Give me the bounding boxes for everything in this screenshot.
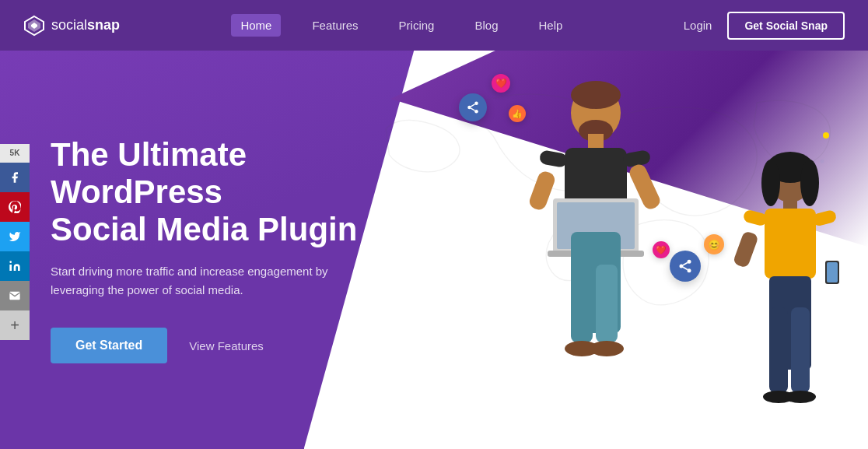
pinterest-icon [9,201,21,213]
svg-line-12 [683,262,688,265]
svg-point-5 [474,110,478,114]
svg-line-6 [471,108,474,110]
nav-help[interactable]: Help [530,14,572,37]
svg-point-14 [571,81,621,109]
figure-man [510,62,681,397]
share-count: 5K [0,144,30,163]
hero-content: The Ultimate WordPress Social Media Plug… [51,51,408,449]
svg-point-33 [800,160,819,206]
twitter-share-button[interactable] [0,222,30,251]
nav-right: Login Get Social Snap [684,12,845,40]
get-social-snap-button[interactable]: Get Social Snap [727,12,845,40]
get-started-button[interactable]: Get Started [51,328,167,363]
hero-subtitle: Start driving more traffic and increase … [51,262,331,300]
logo-icon [23,15,45,37]
svg-rect-35 [765,209,816,279]
nav-features[interactable]: Features [303,14,367,37]
svg-point-4 [467,106,471,110]
svg-rect-18 [539,149,569,168]
svg-point-3 [474,102,478,106]
svg-rect-42 [769,307,788,393]
svg-line-7 [471,104,474,107]
navbar: socialsnap Home Features Pricing Blog He… [0,0,868,51]
svg-rect-26 [571,265,593,342]
svg-point-8 [688,260,691,264]
more-share-button[interactable]: + [0,310,30,340]
linkedin-share-button[interactable] [0,251,30,281]
logo: socialsnap [23,15,120,37]
svg-rect-36 [742,209,768,226]
float-share-icon [459,93,487,121]
svg-point-29 [590,341,624,356]
logo-text: socialsnap [51,17,120,33]
nav-pricing[interactable]: Pricing [390,14,444,37]
float-smile-icon: 😊 [704,234,724,254]
dot-decoration2 [823,132,829,139]
svg-point-32 [761,160,780,206]
svg-rect-49 [9,265,12,271]
email-icon [9,289,21,302]
svg-rect-16 [588,134,604,149]
nav-links: Home Features Pricing Blog Help [231,14,572,37]
facebook-share-button[interactable] [0,163,30,192]
svg-rect-43 [791,307,810,393]
social-sidebar: 5K + [0,144,30,340]
svg-rect-27 [596,265,618,342]
svg-point-50 [9,261,12,263]
nav-home[interactable]: Home [231,14,281,37]
twitter-icon [9,230,21,243]
view-features-link[interactable]: View Features [189,339,264,353]
pinterest-share-button[interactable] [0,192,30,222]
float-heart-icon: ❤️ [492,74,510,93]
svg-rect-20 [527,170,557,212]
nav-blog[interactable]: Blog [465,14,507,37]
linkedin-icon [9,260,21,272]
svg-rect-40 [827,262,838,282]
hero-buttons: Get Started View Features [51,328,408,363]
login-link[interactable]: Login [684,19,712,32]
email-share-button[interactable] [0,281,30,310]
figure-woman [724,140,856,428]
facebook-icon [9,171,21,184]
svg-rect-38 [733,230,759,268]
svg-point-10 [688,268,691,272]
svg-point-45 [785,391,816,403]
svg-rect-37 [811,209,837,227]
svg-line-11 [683,267,688,269]
hero-title: The Ultimate WordPress Social Media Plug… [51,136,408,249]
